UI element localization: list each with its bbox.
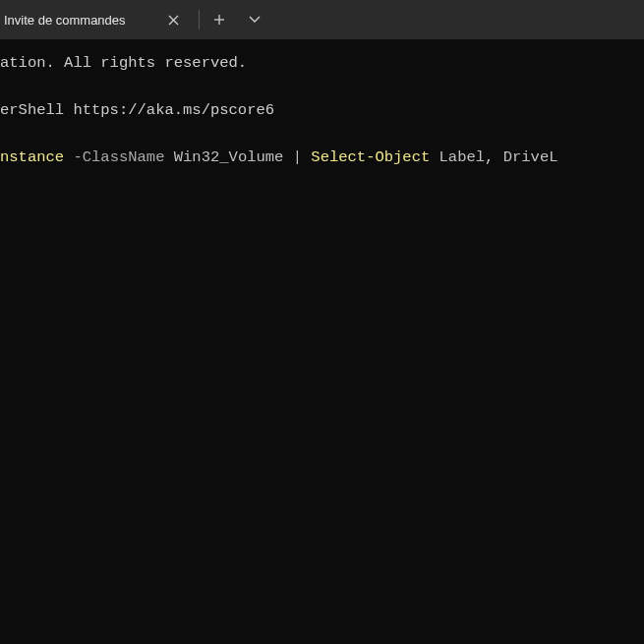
- terminal-line: ation. All rights reserved.: [0, 51, 644, 75]
- terminal-output[interactable]: ation. All rights reserved. erShell http…: [0, 39, 644, 169]
- tab-title: Invite de commandes: [0, 13, 159, 28]
- plus-icon: [213, 14, 225, 26]
- terminal-token: [302, 148, 311, 166]
- titlebar: Invite de commandes: [0, 0, 644, 39]
- terminal-line: [0, 75, 644, 98]
- terminal-token: nstance: [0, 148, 64, 166]
- terminal-token: DriveL: [503, 148, 558, 166]
- tab-dropdown-button[interactable]: [237, 0, 272, 39]
- terminal-token: [283, 148, 292, 166]
- tab-command-prompt[interactable]: Invite de commandes: [0, 0, 197, 39]
- terminal-token: ,: [485, 148, 503, 166]
- terminal-line: [0, 122, 644, 146]
- terminal-token: |: [293, 148, 302, 166]
- terminal-token: Win32_Volume: [174, 148, 284, 166]
- close-icon: [168, 15, 179, 26]
- chevron-down-icon: [249, 16, 261, 24]
- terminal-token: Select-Object: [311, 148, 430, 166]
- terminal-token: [164, 148, 173, 166]
- new-tab-button[interactable]: [202, 0, 237, 39]
- terminal-token: -ClassName: [73, 148, 164, 166]
- terminal-token: Label: [439, 148, 486, 166]
- terminal-line: nstance -ClassName Win32_Volume | Select…: [0, 146, 644, 169]
- terminal-token: [430, 148, 439, 166]
- tab-separator: [199, 10, 200, 29]
- close-tab-button[interactable]: [159, 6, 187, 33]
- terminal-line: erShell https://aka.ms/pscore6: [0, 98, 644, 122]
